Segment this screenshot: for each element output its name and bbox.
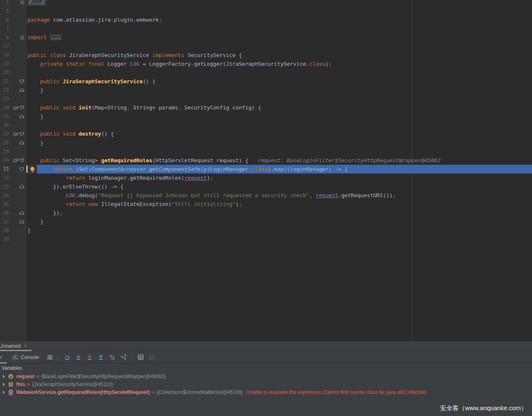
- code-line[interactable]: [26, 235, 532, 244]
- code-line[interactable]: return (Set)ComponentAccessor.getCompone…: [26, 165, 532, 173]
- fold-toggle-icon[interactable]: [20, 114, 24, 119]
- breakpoint-gutter[interactable]: +: [12, 0, 26, 7]
- code-line[interactable]: [26, 94, 532, 103]
- override-method-gutter-icon[interactable]: [13, 157, 20, 163]
- line-number[interactable]: 33: [0, 182, 12, 191]
- line-number[interactable]: 8: [0, 33, 12, 42]
- variable-row[interactable]: prequest={BaseLoginFilter$SecurityHttpRe…: [0, 372, 532, 380]
- code-line[interactable]: [26, 24, 532, 33]
- code-editor[interactable]: 1+/.../56package com.atlassian.jira.plug…: [0, 0, 532, 341]
- code-line[interactable]: package com.atlassian.jira.plugin.webwor…: [26, 15, 532, 24]
- fold-toggle-icon[interactable]: +: [20, 0, 24, 4]
- breakpoint-gutter[interactable]: [12, 173, 26, 182]
- code-line[interactable]: public class JiraSeraphSecurityService i…: [26, 51, 532, 59]
- breakpoint-gutter[interactable]: [12, 235, 26, 244]
- breakpoint-gutter[interactable]: [12, 94, 26, 103]
- code-line[interactable]: public Set<String> getRequiredRoles(Http…: [26, 156, 532, 165]
- code-line[interactable]: }: [26, 86, 532, 94]
- line-number[interactable]: 34: [0, 191, 12, 200]
- breakpoint-gutter[interactable]: [12, 51, 26, 59]
- tab-debugger-partial[interactable]: r: [0, 351, 4, 363]
- fold-toggle-icon[interactable]: [20, 106, 24, 110]
- breakpoint-gutter[interactable]: [12, 182, 26, 191]
- line-number[interactable]: 39: [0, 235, 12, 244]
- code-line[interactable]: LOG.debug("Request {} bypassed Johnson b…: [26, 191, 532, 200]
- code-line[interactable]: }: [26, 139, 532, 147]
- breakpoint-gutter[interactable]: [12, 112, 26, 121]
- fold-toggle-icon[interactable]: [20, 220, 24, 224]
- code-line[interactable]: private static final Logger LOG = Logger…: [26, 59, 532, 68]
- breakpoint-gutter[interactable]: [12, 147, 26, 156]
- breakpoint-gutter[interactable]: [12, 156, 26, 165]
- variable-row[interactable]: this={JiraSeraphSecurityService@45110}: [0, 380, 532, 388]
- breakpoint-gutter[interactable]: [12, 200, 26, 208]
- line-number[interactable]: 24: [0, 103, 12, 112]
- override-method-gutter-icon[interactable]: [13, 105, 20, 111]
- line-number[interactable]: 38: [0, 226, 12, 235]
- line-number[interactable]: 5: [0, 7, 12, 15]
- line-number[interactable]: 32: [0, 173, 12, 182]
- line-number[interactable]: 6: [0, 15, 12, 24]
- breakpoint-gutter[interactable]: [12, 7, 26, 15]
- code-line[interactable]: [26, 42, 532, 50]
- line-number[interactable]: 18: [0, 51, 12, 59]
- breakpoint-gutter[interactable]: [12, 226, 26, 235]
- line-number[interactable]: 25: [0, 112, 12, 121]
- breakpoint-gutter[interactable]: [12, 42, 26, 50]
- fold-toggle-icon[interactable]: [20, 132, 24, 136]
- debug-session-tab[interactable]: Unnamed ×: [0, 341, 31, 351]
- breakpoint-gutter[interactable]: [12, 121, 26, 129]
- expand-arrow-icon[interactable]: [3, 391, 5, 394]
- code-line[interactable]: public JiraSeraphSecurityService() {: [26, 77, 532, 86]
- breakpoint-gutter[interactable]: [12, 129, 26, 138]
- line-number[interactable]: 26: [0, 121, 12, 129]
- code-line[interactable]: public void init(Map<String, String> par…: [26, 103, 532, 112]
- step-into-button[interactable]: [74, 352, 83, 362]
- breakpoint-gutter[interactable]: [12, 86, 26, 94]
- drop-frame-button[interactable]: [107, 352, 117, 362]
- tab-console[interactable]: Console: [12, 351, 39, 363]
- fold-toggle-icon[interactable]: [20, 79, 24, 83]
- code-line[interactable]: /.../: [26, 0, 532, 7]
- line-number[interactable]: 29: [0, 147, 12, 156]
- code-line[interactable]: [26, 121, 532, 129]
- code-line[interactable]: import ...: [26, 33, 532, 42]
- breakpoint-gutter[interactable]: [12, 77, 26, 86]
- intention-bulb-icon[interactable]: [30, 167, 34, 171]
- breakpoint-gutter[interactable]: [12, 24, 26, 33]
- breakpoint-gutter[interactable]: [12, 165, 26, 173]
- breakpoint-gutter[interactable]: [12, 103, 26, 112]
- fold-toggle-icon[interactable]: [20, 167, 24, 171]
- line-number[interactable]: 31: [0, 165, 12, 173]
- fold-toggle-icon[interactable]: [20, 141, 24, 145]
- breakpoint-gutter[interactable]: [12, 217, 26, 226]
- line-number[interactable]: 23: [0, 94, 12, 103]
- code-line[interactable]: }: [26, 226, 532, 235]
- line-number[interactable]: 30: [0, 156, 12, 165]
- step-over-button[interactable]: [62, 352, 72, 362]
- code-line[interactable]: [26, 147, 532, 156]
- variable-row[interactable]: mWebworkService.getRequiredRoles(HttpSer…: [0, 389, 532, 396]
- code-line[interactable]: return new IllegalStateException("Still …: [26, 200, 532, 208]
- breakpoint-gutter[interactable]: [12, 191, 26, 200]
- breakpoint-gutter[interactable]: [12, 68, 26, 77]
- code-line[interactable]: return loginManager.getRequiredRoles(req…: [26, 173, 532, 182]
- fold-toggle-icon[interactable]: [20, 88, 24, 92]
- run-to-cursor-button[interactable]: [118, 352, 128, 362]
- evaluate-expression-button[interactable]: [136, 352, 145, 362]
- code-line[interactable]: });: [26, 208, 532, 217]
- expand-arrow-icon[interactable]: [3, 375, 5, 378]
- menu-button[interactable]: [45, 352, 54, 362]
- line-number[interactable]: 36: [0, 208, 12, 217]
- code-line[interactable]: }).orElseThrow(() -> {: [26, 182, 532, 191]
- line-number[interactable]: 27: [0, 129, 12, 138]
- fold-toggle-icon[interactable]: [20, 158, 24, 162]
- code-line[interactable]: [26, 68, 532, 77]
- code-line[interactable]: public void destroy() {: [26, 129, 532, 138]
- line-number[interactable]: 35: [0, 200, 12, 208]
- line-number[interactable]: 37: [0, 217, 12, 226]
- fold-toggle-icon[interactable]: +: [20, 35, 24, 39]
- code-line[interactable]: [26, 7, 532, 15]
- breakpoint-gutter[interactable]: [12, 208, 26, 217]
- breakpoint-gutter[interactable]: +: [12, 33, 26, 42]
